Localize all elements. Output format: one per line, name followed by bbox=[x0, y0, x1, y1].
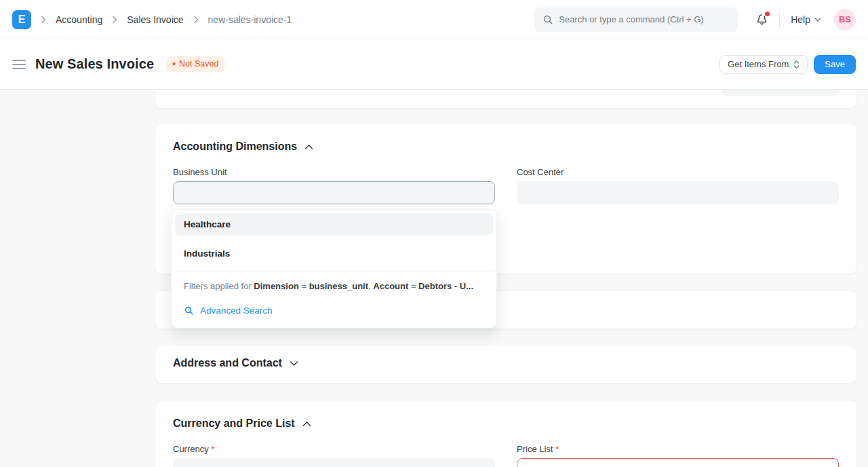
notifications-button[interactable] bbox=[755, 13, 768, 26]
help-label: Help bbox=[791, 14, 810, 25]
chevron-right-icon bbox=[38, 14, 49, 25]
filter-note-eq: = bbox=[299, 281, 309, 291]
dropdown-filter-note: Filters applied for Dimension = business… bbox=[175, 272, 493, 301]
search-input[interactable] bbox=[559, 14, 730, 24]
cost-center-field-group: Cost Center bbox=[517, 167, 839, 204]
page-header: New Sales Invoice • Not Saved Get Items … bbox=[0, 39, 868, 90]
avatar-initials: BS bbox=[839, 14, 851, 24]
currency-label: Currency * bbox=[173, 444, 495, 454]
chevron-down-icon bbox=[814, 16, 822, 24]
search-icon bbox=[184, 305, 194, 316]
filter-note-eq2: = bbox=[408, 281, 418, 291]
section-head-currency-and-price-list[interactable]: Currency and Price List bbox=[173, 417, 839, 430]
global-search[interactable] bbox=[534, 7, 738, 32]
search-icon bbox=[542, 14, 553, 25]
currency-label-text: Currency bbox=[173, 444, 209, 454]
status-badge-label: Not Saved bbox=[179, 59, 218, 69]
breadcrumb-accounting[interactable]: Accounting bbox=[56, 14, 102, 25]
price-list-input[interactable] bbox=[517, 458, 839, 467]
avatar[interactable]: BS bbox=[834, 9, 856, 31]
header-actions: Get Items From Save bbox=[719, 55, 856, 74]
status-badge: • Not Saved bbox=[166, 56, 225, 72]
dropdown-option-healthcare[interactable]: Healthcare bbox=[175, 213, 493, 236]
business-unit-input[interactable] bbox=[173, 181, 495, 204]
accounting-dimensions-fields: Business Unit Cost Center bbox=[173, 167, 839, 204]
advanced-search-link[interactable]: Advanced Search bbox=[175, 301, 493, 324]
section-head-accounting-dimensions[interactable]: Accounting Dimensions bbox=[173, 141, 839, 153]
chevron-up-icon bbox=[302, 421, 311, 427]
breadcrumb-sales-invoice[interactable]: Sales Invoice bbox=[127, 14, 183, 25]
chevron-up-icon bbox=[304, 144, 313, 150]
section-head-address-and-contact[interactable]: Address and Contact bbox=[173, 357, 839, 369]
divider bbox=[779, 12, 780, 28]
menu-icon bbox=[12, 59, 26, 70]
section-title: Currency and Price List bbox=[173, 417, 295, 430]
filter-note-debtors: Debtors - U... bbox=[418, 281, 473, 291]
filter-note-text: Filters applied for bbox=[184, 281, 254, 291]
cost-center-label: Cost Center bbox=[517, 167, 839, 177]
price-list-label: Price List * bbox=[517, 444, 839, 454]
erpnext-logo[interactable]: E bbox=[12, 10, 31, 29]
chevron-right-icon bbox=[109, 14, 120, 25]
filter-note-dimension: Dimension bbox=[254, 281, 298, 291]
price-list-field-group: Price List * bbox=[517, 444, 839, 467]
currency-field-group: Currency * bbox=[173, 444, 495, 467]
dropdown-option-industrials[interactable]: Industrials bbox=[175, 242, 493, 265]
sidebar-toggle-button[interactable] bbox=[12, 59, 26, 70]
navbar: E Accounting Sales Invoice new-sales-inv… bbox=[0, 0, 868, 39]
select-arrows-icon bbox=[793, 60, 800, 69]
clipped-section-card bbox=[155, 90, 857, 109]
section-address-and-contact: Address and Contact bbox=[155, 345, 857, 384]
chevron-right-icon bbox=[191, 14, 201, 25]
main-area: Accounting Dimensions Business Unit Cost… bbox=[0, 90, 868, 467]
form-content: Accounting Dimensions Business Unit Cost… bbox=[155, 90, 857, 467]
navbar-right: Help BS bbox=[755, 9, 856, 31]
erpnext-logo-letter: E bbox=[18, 14, 26, 26]
business-unit-dropdown: Healthcare Industrials Filters applied f… bbox=[171, 209, 497, 329]
page-title: New Sales Invoice bbox=[35, 56, 154, 72]
business-unit-label: Business Unit bbox=[173, 167, 495, 177]
filter-note-account: Account bbox=[373, 281, 408, 291]
advanced-search-label: Advanced Search bbox=[200, 305, 273, 316]
notification-dot bbox=[765, 12, 770, 16]
business-unit-field-group: Business Unit bbox=[173, 167, 495, 204]
section-currency-and-price-list: Currency and Price List Currency * Price… bbox=[155, 400, 857, 467]
required-asterisk: * bbox=[211, 444, 214, 454]
clipped-input-field bbox=[722, 90, 839, 96]
get-items-from-label: Get Items From bbox=[728, 59, 789, 69]
currency-price-fields: Currency * Price List * bbox=[173, 444, 839, 467]
required-asterisk: * bbox=[555, 444, 559, 454]
chevron-down-icon bbox=[290, 360, 298, 367]
breadcrumb-current: new-sales-invoice-1 bbox=[208, 14, 292, 25]
section-title: Accounting Dimensions bbox=[173, 141, 297, 153]
currency-input[interactable] bbox=[173, 458, 495, 467]
save-button[interactable]: Save bbox=[814, 55, 856, 74]
help-menu[interactable]: Help bbox=[791, 14, 822, 25]
filter-note-business-unit: business_unit bbox=[309, 281, 368, 291]
cost-center-input[interactable] bbox=[517, 181, 839, 204]
price-list-label-text: Price List bbox=[517, 444, 553, 454]
section-title: Address and Contact bbox=[173, 357, 282, 369]
get-items-from-button[interactable]: Get Items From bbox=[719, 55, 808, 74]
